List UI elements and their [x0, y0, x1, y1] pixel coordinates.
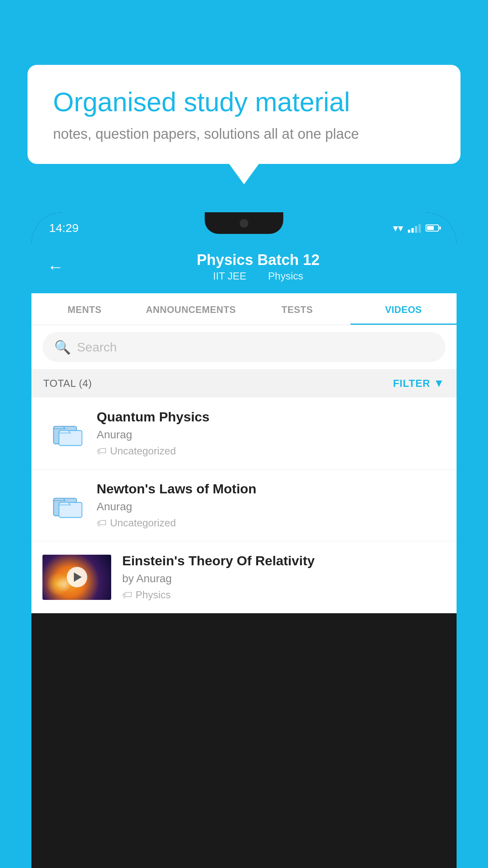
folder-icon [50, 416, 86, 451]
video-title: Newton's Laws of Motion [97, 481, 446, 497]
video-author: by Anurag [122, 572, 446, 585]
header-subtitle-part1: IIT JEE [213, 270, 246, 282]
notch [205, 212, 283, 234]
tag-label: Physics [136, 589, 171, 601]
video-tag: 🏷 Uncategorized [97, 517, 446, 529]
header-subtitle: IIT JEE Physics [75, 270, 441, 282]
battery-icon [426, 224, 439, 232]
video-author: Anurag [97, 428, 446, 441]
total-count: TOTAL (4) [43, 377, 92, 390]
tab-ments[interactable]: MENTS [31, 293, 138, 325]
phone-frame: 14:29 ▾▾ ← Physics Batch 12 IIT J [31, 212, 457, 868]
tabs-bar: MENTS ANNOUNCEMENTS TESTS VIDEOS [31, 293, 457, 325]
header-subtitle-part2: Physics [268, 270, 303, 282]
folder-icon [50, 487, 86, 523]
wifi-icon: ▾▾ [393, 222, 403, 234]
signal-icon [408, 223, 421, 233]
video-tag: 🏷 Uncategorized [97, 445, 446, 457]
tag-label: Uncategorized [110, 445, 176, 457]
search-icon: 🔍 [54, 339, 71, 355]
video-title: Einstein's Theory Of Relativity [122, 553, 446, 568]
orb-decoration [56, 576, 72, 592]
app-header: ← Physics Batch 12 IIT JEE Physics [31, 244, 457, 293]
filter-row: TOTAL (4) FILTER ▼ [31, 369, 457, 397]
bubble-title: Organised study material [53, 86, 435, 117]
camera-dot [240, 219, 248, 228]
speech-bubble: Organised study material notes, question… [28, 65, 460, 164]
video-info: Quantum Physics Anurag 🏷 Uncategorized [97, 409, 446, 457]
tag-icon: 🏷 [97, 445, 107, 457]
thumb-background [42, 555, 111, 600]
tab-tests[interactable]: TESTS [244, 293, 350, 325]
speech-bubble-container: Organised study material notes, question… [28, 65, 460, 164]
search-bar[interactable]: 🔍 Search [42, 332, 446, 362]
video-list: Quantum Physics Anurag 🏷 Uncategorized [31, 397, 457, 613]
video-info: Einstein's Theory Of Relativity by Anura… [122, 553, 446, 601]
tab-videos[interactable]: VIDEOS [350, 293, 457, 325]
video-author: Anurag [97, 500, 446, 513]
status-icons: ▾▾ [393, 222, 439, 234]
list-item[interactable]: Newton's Laws of Motion Anurag 🏷 Uncateg… [31, 469, 457, 541]
video-title: Quantum Physics [97, 409, 446, 425]
tag-icon: 🏷 [122, 589, 132, 601]
search-placeholder: Search [77, 340, 117, 355]
list-item[interactable]: Einstein's Theory Of Relativity by Anura… [31, 541, 457, 613]
video-tag: 🏷 Physics [122, 589, 446, 601]
play-triangle-icon [74, 572, 82, 582]
header-title: Physics Batch 12 [75, 252, 441, 268]
tab-announcements[interactable]: ANNOUNCEMENTS [138, 293, 244, 325]
filter-funnel-icon: ▼ [433, 377, 445, 390]
back-button[interactable]: ← [47, 257, 64, 276]
status-bar: 14:29 ▾▾ [31, 212, 457, 244]
video-thumbnail [42, 555, 111, 600]
tag-icon: 🏷 [97, 517, 107, 529]
status-time: 14:29 [49, 221, 79, 235]
filter-button[interactable]: FILTER ▼ [393, 377, 445, 390]
search-container: 🔍 Search [31, 325, 457, 369]
video-info: Newton's Laws of Motion Anurag 🏷 Uncateg… [97, 481, 446, 529]
header-title-area: Physics Batch 12 IIT JEE Physics [75, 252, 441, 282]
bubble-subtitle: notes, question papers, solutions all at… [53, 126, 435, 142]
tag-label: Uncategorized [110, 517, 176, 529]
filter-label: FILTER [393, 377, 430, 390]
list-item[interactable]: Quantum Physics Anurag 🏷 Uncategorized [31, 397, 457, 469]
